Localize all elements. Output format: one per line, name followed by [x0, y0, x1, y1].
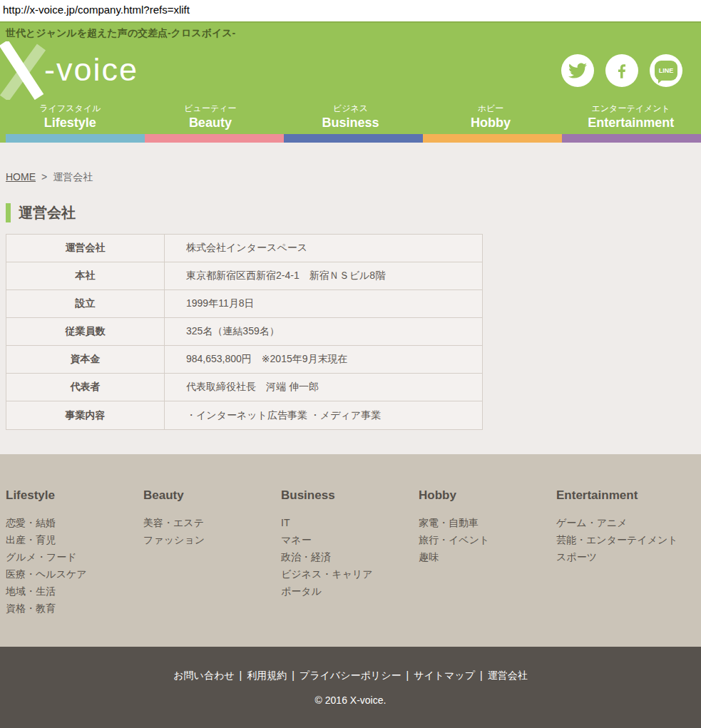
stripe-hobby	[423, 134, 562, 143]
bottom-link-contact[interactable]: お問い合わせ	[173, 670, 234, 681]
footer-link[interactable]: IT	[281, 514, 419, 531]
row-value: 代表取締役社長 河端 伸一郎	[165, 374, 482, 401]
line-button[interactable]: LINE	[650, 54, 682, 87]
row-label: 本社	[6, 262, 165, 289]
footer-link[interactable]: 医療・ヘルスケア	[6, 565, 143, 583]
nav-label-en: Entertainment	[561, 115, 701, 130]
bottom-links: お問い合わせ|利用規約|プライバシーポリシー|サイトマップ|運営会社	[0, 670, 701, 682]
nav-label-en: Business	[280, 115, 421, 130]
row-label: 運営会社	[6, 235, 165, 262]
line-icon-label: LINE	[659, 67, 674, 74]
nav-label-jp: ライフスタイル	[0, 102, 140, 115]
line-icon: LINE	[655, 61, 677, 81]
footer-link[interactable]: ファッション	[143, 531, 281, 548]
twitter-button[interactable]	[561, 54, 594, 87]
row-value: 984,653,800円 ※2015年9月末現在	[165, 346, 482, 373]
table-row: 従業員数 325名（連結359名）	[6, 318, 482, 346]
row-label: 設立	[6, 290, 165, 317]
logo-x-mark	[0, 41, 47, 100]
footer-link[interactable]: 出産・育児	[6, 531, 143, 548]
table-row: 本社 東京都新宿区西新宿2-4-1 新宿ＮＳビル8階	[6, 262, 482, 290]
facebook-icon	[613, 61, 631, 80]
nav-label-jp: ビジネス	[280, 102, 421, 115]
footer-link[interactable]: ビジネス・キャリア	[281, 565, 419, 583]
row-label: 代表者	[6, 374, 165, 401]
footer-link[interactable]: 資格・教育	[6, 600, 143, 617]
footer-link[interactable]: 趣味	[419, 548, 556, 565]
site-logo[interactable]: -voice	[0, 41, 138, 100]
browser-url-bar[interactable]: http://x-voice.jp/company.html?refs=xlif…	[0, 0, 701, 21]
table-row: 運営会社 株式会社インタースペース	[6, 235, 482, 262]
row-label: 資本金	[6, 346, 165, 373]
table-row: 事業内容 ・インターネット広告事業 ・メディア事業	[6, 401, 482, 429]
row-label: 従業員数	[6, 318, 165, 345]
footer-column-title: Entertainment	[556, 488, 694, 503]
footer-link[interactable]: ポータル	[281, 583, 419, 600]
footer-column-business: Business IT マネー 政治・経済 ビジネス・キャリア ポータル	[281, 488, 419, 647]
logo-row: -voice LINE	[0, 41, 701, 100]
table-row: 設立 1999年11月8日	[6, 290, 482, 318]
nav-label-en: Lifestyle	[0, 115, 140, 130]
row-value: ・インターネット広告事業 ・メディア事業	[165, 401, 482, 429]
link-separator: |	[292, 670, 295, 681]
site-tagline: 世代とジャンルを超えた声の交差点-クロスボイス-	[0, 23, 701, 41]
stripe-beauty	[145, 134, 284, 143]
footer-link[interactable]: 旅行・イベント	[419, 531, 556, 548]
link-separator: |	[240, 670, 242, 681]
nav-color-stripe	[0, 134, 701, 143]
stripe-entertainment	[562, 134, 701, 143]
site-header: 世代とジャンルを超えた声の交差点-クロスボイス- -voice	[0, 21, 701, 143]
footer-column-hobby: Hobby 家電・自動車 旅行・イベント 趣味	[419, 488, 556, 647]
stripe-lifestyle	[6, 134, 145, 143]
nav-item-beauty[interactable]: ビューティー Beauty	[140, 100, 281, 134]
nav-item-hobby[interactable]: ホビー Hobby	[421, 100, 561, 134]
breadcrumb-home-link[interactable]: HOME	[6, 171, 36, 183]
page-title-accent-bar	[6, 203, 11, 222]
footer-link[interactable]: 恋愛・結婚	[6, 514, 143, 531]
facebook-button[interactable]	[605, 54, 638, 87]
company-info-table: 運営会社 株式会社インタースペース 本社 東京都新宿区西新宿2-4-1 新宿ＮＳ…	[6, 234, 483, 430]
footer-link[interactable]: マネー	[281, 531, 419, 548]
row-value: 325名（連結359名）	[165, 318, 482, 345]
sitemap-footer: Lifestyle 恋愛・結婚 出産・育児 グルメ・フード 医療・ヘルスケア 地…	[0, 454, 701, 647]
social-links: LINE	[561, 54, 682, 87]
nav-label-jp: エンターテイメント	[561, 102, 701, 115]
nav-item-business[interactable]: ビジネス Business	[280, 100, 421, 134]
link-separator: |	[480, 670, 483, 681]
page-title: 運営会社	[19, 203, 76, 222]
page-title-row: 運営会社	[6, 203, 701, 222]
footer-link[interactable]: 美容・エステ	[143, 514, 281, 531]
row-value: 1999年11月8日	[165, 290, 482, 317]
footer-column-entertainment: Entertainment ゲーム・アニメ 芸能・エンターテイメント スポーツ	[556, 488, 694, 647]
twitter-icon	[568, 61, 587, 80]
footer-link[interactable]: 家電・自動車	[419, 514, 556, 531]
footer-link[interactable]: グルメ・フード	[6, 548, 143, 565]
logo-text: -voice	[44, 53, 138, 88]
footer-link[interactable]: 地域・生活	[6, 583, 143, 600]
bottom-link-company[interactable]: 運営会社	[488, 670, 528, 681]
nav-label-jp: ホビー	[421, 102, 561, 115]
nav-label-en: Hobby	[421, 115, 561, 130]
nav-item-lifestyle[interactable]: ライフスタイル Lifestyle	[0, 100, 140, 134]
footer-link[interactable]: スポーツ	[556, 548, 694, 565]
link-separator: |	[406, 670, 409, 681]
footer-column-beauty: Beauty 美容・エステ ファッション	[143, 488, 281, 647]
copyright: © 2016 X-voice.	[0, 694, 701, 706]
footer-link[interactable]: 芸能・エンターテイメント	[556, 531, 694, 548]
footer-column-lifestyle: Lifestyle 恋愛・結婚 出産・育児 グルメ・フード 医療・ヘルスケア 地…	[6, 488, 143, 647]
nav-item-entertainment[interactable]: エンターテイメント Entertainment	[561, 100, 701, 134]
bottom-link-sitemap[interactable]: サイトマップ	[414, 670, 475, 681]
footer-link[interactable]: ゲーム・アニメ	[556, 514, 694, 531]
nav-label-en: Beauty	[140, 115, 281, 130]
breadcrumb-separator: >	[41, 171, 47, 183]
row-value: 東京都新宿区西新宿2-4-1 新宿ＮＳビル8階	[165, 262, 482, 289]
bottom-bar: お問い合わせ|利用規約|プライバシーポリシー|サイトマップ|運営会社 © 201…	[0, 647, 701, 728]
footer-column-title: Beauty	[143, 488, 281, 503]
bottom-link-terms[interactable]: 利用規約	[247, 670, 287, 681]
footer-link[interactable]: 政治・経済	[281, 548, 419, 565]
bottom-link-privacy[interactable]: プライバシーポリシー	[300, 670, 401, 681]
main-content: HOME>運営会社 運営会社 運営会社 株式会社インタースペース 本社 東京都新…	[0, 143, 701, 454]
nav-label-jp: ビューティー	[140, 102, 281, 115]
footer-column-title: Lifestyle	[6, 488, 143, 503]
breadcrumb-current: 運営会社	[53, 171, 93, 183]
